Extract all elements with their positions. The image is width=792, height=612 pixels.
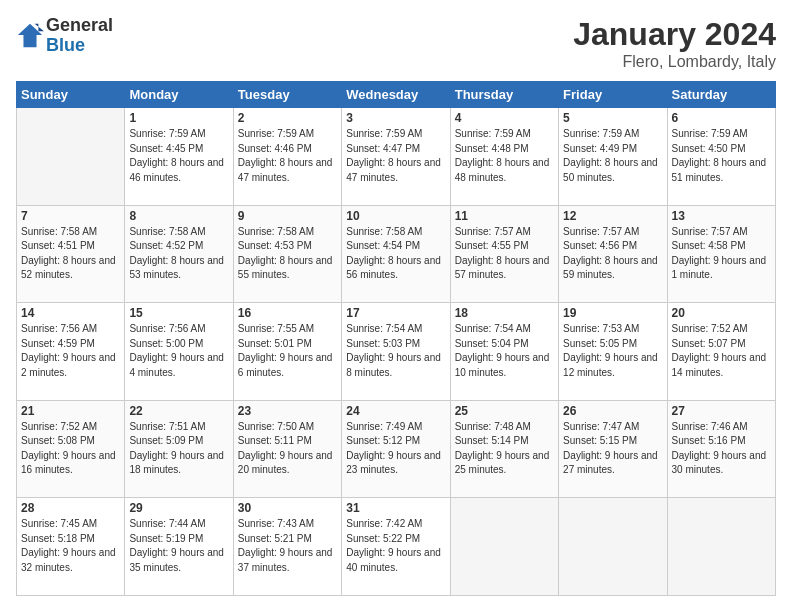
title-block: January 2024 Flero, Lombardy, Italy bbox=[573, 16, 776, 71]
calendar-day: 1 Sunrise: 7:59 AMSunset: 4:45 PMDayligh… bbox=[125, 108, 233, 206]
calendar-day: 28 Sunrise: 7:45 AMSunset: 5:18 PMDaylig… bbox=[17, 498, 125, 596]
calendar-day: 7 Sunrise: 7:58 AMSunset: 4:51 PMDayligh… bbox=[17, 205, 125, 303]
day-number: 9 bbox=[238, 209, 337, 223]
day-info: Sunrise: 7:45 AMSunset: 5:18 PMDaylight:… bbox=[21, 517, 120, 575]
calendar-day: 30 Sunrise: 7:43 AMSunset: 5:21 PMDaylig… bbox=[233, 498, 341, 596]
day-info: Sunrise: 7:52 AMSunset: 5:07 PMDaylight:… bbox=[672, 322, 771, 380]
day-number: 17 bbox=[346, 306, 445, 320]
calendar-day: 6 Sunrise: 7:59 AMSunset: 4:50 PMDayligh… bbox=[667, 108, 775, 206]
day-info: Sunrise: 7:44 AMSunset: 5:19 PMDaylight:… bbox=[129, 517, 228, 575]
day-number: 24 bbox=[346, 404, 445, 418]
calendar-day: 15 Sunrise: 7:56 AMSunset: 5:00 PMDaylig… bbox=[125, 303, 233, 401]
calendar-day: 10 Sunrise: 7:58 AMSunset: 4:54 PMDaylig… bbox=[342, 205, 450, 303]
day-info: Sunrise: 7:58 AMSunset: 4:51 PMDaylight:… bbox=[21, 225, 120, 283]
day-info: Sunrise: 7:51 AMSunset: 5:09 PMDaylight:… bbox=[129, 420, 228, 478]
calendar-day: 19 Sunrise: 7:53 AMSunset: 5:05 PMDaylig… bbox=[559, 303, 667, 401]
weekday-header: Tuesday bbox=[233, 82, 341, 108]
day-info: Sunrise: 7:52 AMSunset: 5:08 PMDaylight:… bbox=[21, 420, 120, 478]
logo-icon bbox=[16, 22, 44, 50]
calendar-day: 4 Sunrise: 7:59 AMSunset: 4:48 PMDayligh… bbox=[450, 108, 558, 206]
day-number: 29 bbox=[129, 501, 228, 515]
day-number: 31 bbox=[346, 501, 445, 515]
calendar-week-row: 7 Sunrise: 7:58 AMSunset: 4:51 PMDayligh… bbox=[17, 205, 776, 303]
day-info: Sunrise: 7:58 AMSunset: 4:52 PMDaylight:… bbox=[129, 225, 228, 283]
calendar-day: 9 Sunrise: 7:58 AMSunset: 4:53 PMDayligh… bbox=[233, 205, 341, 303]
page: General Blue January 2024 Flero, Lombard… bbox=[0, 0, 792, 612]
logo-text: General Blue bbox=[46, 16, 113, 56]
calendar-day: 13 Sunrise: 7:57 AMSunset: 4:58 PMDaylig… bbox=[667, 205, 775, 303]
calendar-day: 27 Sunrise: 7:46 AMSunset: 5:16 PMDaylig… bbox=[667, 400, 775, 498]
day-info: Sunrise: 7:58 AMSunset: 4:53 PMDaylight:… bbox=[238, 225, 337, 283]
calendar-day bbox=[450, 498, 558, 596]
day-number: 15 bbox=[129, 306, 228, 320]
month-title: January 2024 bbox=[573, 16, 776, 53]
calendar-day: 24 Sunrise: 7:49 AMSunset: 5:12 PMDaylig… bbox=[342, 400, 450, 498]
day-info: Sunrise: 7:50 AMSunset: 5:11 PMDaylight:… bbox=[238, 420, 337, 478]
calendar-day: 20 Sunrise: 7:52 AMSunset: 5:07 PMDaylig… bbox=[667, 303, 775, 401]
day-number: 13 bbox=[672, 209, 771, 223]
logo-general: General bbox=[46, 16, 113, 36]
day-number: 19 bbox=[563, 306, 662, 320]
calendar-day: 16 Sunrise: 7:55 AMSunset: 5:01 PMDaylig… bbox=[233, 303, 341, 401]
calendar-day: 29 Sunrise: 7:44 AMSunset: 5:19 PMDaylig… bbox=[125, 498, 233, 596]
calendar-week-row: 21 Sunrise: 7:52 AMSunset: 5:08 PMDaylig… bbox=[17, 400, 776, 498]
calendar-day: 3 Sunrise: 7:59 AMSunset: 4:47 PMDayligh… bbox=[342, 108, 450, 206]
day-info: Sunrise: 7:59 AMSunset: 4:50 PMDaylight:… bbox=[672, 127, 771, 185]
calendar-day: 18 Sunrise: 7:54 AMSunset: 5:04 PMDaylig… bbox=[450, 303, 558, 401]
day-number: 20 bbox=[672, 306, 771, 320]
day-number: 12 bbox=[563, 209, 662, 223]
calendar: SundayMondayTuesdayWednesdayThursdayFrid… bbox=[16, 81, 776, 596]
calendar-header: SundayMondayTuesdayWednesdayThursdayFrid… bbox=[17, 82, 776, 108]
day-info: Sunrise: 7:57 AMSunset: 4:58 PMDaylight:… bbox=[672, 225, 771, 283]
day-info: Sunrise: 7:57 AMSunset: 4:55 PMDaylight:… bbox=[455, 225, 554, 283]
calendar-day: 5 Sunrise: 7:59 AMSunset: 4:49 PMDayligh… bbox=[559, 108, 667, 206]
header: General Blue January 2024 Flero, Lombard… bbox=[16, 16, 776, 71]
calendar-day bbox=[559, 498, 667, 596]
day-number: 14 bbox=[21, 306, 120, 320]
calendar-day: 17 Sunrise: 7:54 AMSunset: 5:03 PMDaylig… bbox=[342, 303, 450, 401]
weekday-header: Monday bbox=[125, 82, 233, 108]
day-info: Sunrise: 7:43 AMSunset: 5:21 PMDaylight:… bbox=[238, 517, 337, 575]
day-info: Sunrise: 7:59 AMSunset: 4:45 PMDaylight:… bbox=[129, 127, 228, 185]
logo-blue: Blue bbox=[46, 36, 113, 56]
calendar-day: 14 Sunrise: 7:56 AMSunset: 4:59 PMDaylig… bbox=[17, 303, 125, 401]
day-info: Sunrise: 7:59 AMSunset: 4:49 PMDaylight:… bbox=[563, 127, 662, 185]
day-number: 4 bbox=[455, 111, 554, 125]
day-number: 3 bbox=[346, 111, 445, 125]
day-number: 2 bbox=[238, 111, 337, 125]
day-number: 30 bbox=[238, 501, 337, 515]
day-info: Sunrise: 7:53 AMSunset: 5:05 PMDaylight:… bbox=[563, 322, 662, 380]
day-info: Sunrise: 7:56 AMSunset: 5:00 PMDaylight:… bbox=[129, 322, 228, 380]
calendar-day: 23 Sunrise: 7:50 AMSunset: 5:11 PMDaylig… bbox=[233, 400, 341, 498]
location: Flero, Lombardy, Italy bbox=[573, 53, 776, 71]
day-info: Sunrise: 7:57 AMSunset: 4:56 PMDaylight:… bbox=[563, 225, 662, 283]
day-number: 25 bbox=[455, 404, 554, 418]
calendar-day: 12 Sunrise: 7:57 AMSunset: 4:56 PMDaylig… bbox=[559, 205, 667, 303]
day-number: 11 bbox=[455, 209, 554, 223]
day-info: Sunrise: 7:59 AMSunset: 4:48 PMDaylight:… bbox=[455, 127, 554, 185]
day-number: 26 bbox=[563, 404, 662, 418]
weekday-header: Saturday bbox=[667, 82, 775, 108]
calendar-body: 1 Sunrise: 7:59 AMSunset: 4:45 PMDayligh… bbox=[17, 108, 776, 596]
weekday-header: Sunday bbox=[17, 82, 125, 108]
calendar-day bbox=[17, 108, 125, 206]
day-number: 28 bbox=[21, 501, 120, 515]
day-info: Sunrise: 7:59 AMSunset: 4:47 PMDaylight:… bbox=[346, 127, 445, 185]
calendar-day: 11 Sunrise: 7:57 AMSunset: 4:55 PMDaylig… bbox=[450, 205, 558, 303]
logo: General Blue bbox=[16, 16, 113, 56]
day-info: Sunrise: 7:46 AMSunset: 5:16 PMDaylight:… bbox=[672, 420, 771, 478]
day-info: Sunrise: 7:54 AMSunset: 5:03 PMDaylight:… bbox=[346, 322, 445, 380]
calendar-day: 22 Sunrise: 7:51 AMSunset: 5:09 PMDaylig… bbox=[125, 400, 233, 498]
day-info: Sunrise: 7:59 AMSunset: 4:46 PMDaylight:… bbox=[238, 127, 337, 185]
day-number: 1 bbox=[129, 111, 228, 125]
day-number: 8 bbox=[129, 209, 228, 223]
day-number: 21 bbox=[21, 404, 120, 418]
day-number: 7 bbox=[21, 209, 120, 223]
day-info: Sunrise: 7:42 AMSunset: 5:22 PMDaylight:… bbox=[346, 517, 445, 575]
day-number: 10 bbox=[346, 209, 445, 223]
day-info: Sunrise: 7:58 AMSunset: 4:54 PMDaylight:… bbox=[346, 225, 445, 283]
day-number: 16 bbox=[238, 306, 337, 320]
calendar-day: 21 Sunrise: 7:52 AMSunset: 5:08 PMDaylig… bbox=[17, 400, 125, 498]
calendar-week-row: 1 Sunrise: 7:59 AMSunset: 4:45 PMDayligh… bbox=[17, 108, 776, 206]
weekday-header: Friday bbox=[559, 82, 667, 108]
